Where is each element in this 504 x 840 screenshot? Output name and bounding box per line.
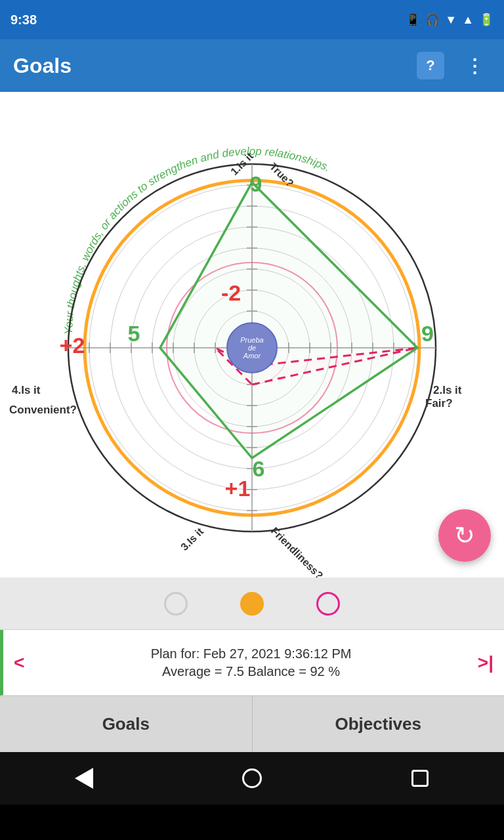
status-time: 9:38 [10,12,37,28]
svg-text:5: 5 [128,321,140,346]
wifi-icon: ▼ [445,13,457,27]
svg-text:de: de [248,344,256,352]
dot-3[interactable] [316,592,340,616]
svg-text:Convenient?: Convenient? [9,404,77,416]
stats-text: Average = 7.5 Balance = 92 % [162,664,340,679]
app-bar: Goals ? ⋮ [0,39,504,92]
svg-text:9: 9 [250,171,262,196]
signal-icon: ▲ [462,13,474,27]
dot-1[interactable] [164,592,188,616]
battery-icon: 🔋 [479,12,494,27]
home-button[interactable] [232,765,272,791]
svg-text:-2: -2 [221,280,241,305]
next-button[interactable]: >| [478,652,494,673]
svg-text:6: 6 [253,456,265,481]
prev-button[interactable]: < [14,652,24,673]
android-nav-bar [0,752,504,805]
svg-text:+2: +2 [60,333,85,358]
app-bar-actions: ? ⋮ [415,50,491,81]
svg-marker-43 [160,182,417,458]
recents-icon [411,770,429,787]
pagination-dots [0,578,504,630]
headset-icon: 🎧 [425,12,440,27]
tab-objectives[interactable]: Objectives [253,696,505,752]
chart-area: Your thoughts, words, or actions to stre… [0,92,504,578]
svg-text:Prueba: Prueba [240,336,263,344]
info-bar: < Plan for: Feb 27, 2021 9:36:12 PM Aver… [0,630,504,696]
tab-goals[interactable]: Goals [0,696,253,752]
svg-text:Friendliness?: Friendliness? [269,525,326,578]
svg-text:Fair?: Fair? [425,397,453,410]
help-button[interactable]: ? [415,50,446,81]
back-button[interactable] [64,765,104,791]
bottom-tabs: Goals Objectives [0,696,504,752]
more-icon: ⋮ [465,55,485,77]
status-icons: 📱 🎧 ▼ ▲ 🔋 [406,12,494,27]
svg-text:3.Is it: 3.Is it [178,526,205,553]
sim-icon: 📱 [406,12,420,27]
svg-text:2.Is it: 2.Is it [433,384,462,396]
dot-2[interactable] [240,592,264,616]
svg-text:+1: +1 [225,476,251,501]
svg-text:9: 9 [421,321,434,346]
svg-text:4.Is it: 4.Is it [12,384,41,396]
back-icon [75,768,93,789]
more-button[interactable]: ⋮ [459,50,491,81]
question-icon: ? [417,52,444,79]
recents-button[interactable] [400,765,440,791]
svg-text:Amor: Amor [243,352,262,360]
refresh-fab[interactable]: ↻ [438,509,491,562]
status-bar: 9:38 📱 🎧 ▼ ▲ 🔋 [0,0,504,39]
app-title: Goals [13,54,72,78]
nav-row: < Plan for: Feb 27, 2021 9:36:12 PM Aver… [3,646,504,679]
home-icon [242,768,262,788]
plan-date: Plan for: Feb 27, 2021 9:36:12 PM [151,646,352,662]
refresh-icon: ↻ [454,521,475,550]
